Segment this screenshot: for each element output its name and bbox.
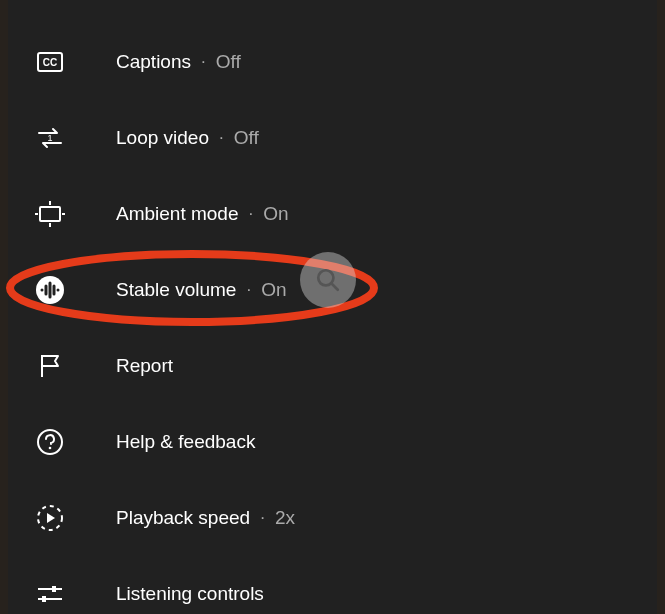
ambient-icon [32, 196, 68, 232]
playback-speed-label: Playback speed [116, 507, 250, 529]
menu-item-report[interactable]: Report [8, 328, 657, 404]
svg-text:CC: CC [43, 57, 57, 68]
menu-item-ambient-mode[interactable]: Ambient mode · On [8, 176, 657, 252]
stable-volume-label: Stable volume [116, 279, 236, 301]
svg-point-16 [49, 447, 52, 450]
loop-icon: 1 [32, 120, 68, 156]
svg-point-15 [38, 430, 62, 454]
svg-text:1: 1 [47, 133, 52, 143]
stable-volume-status: On [261, 279, 286, 301]
captions-status: Off [216, 51, 241, 73]
svg-rect-22 [42, 596, 46, 602]
loop-label: Loop video [116, 127, 209, 149]
ambient-label: Ambient mode [116, 203, 239, 225]
settings-menu-panel: CC Captions · Off 1 Loop video · Off [8, 0, 657, 614]
captions-label: Captions [116, 51, 191, 73]
unknown-icon [32, 0, 68, 30]
loop-status: Off [234, 127, 259, 149]
sliders-icon [32, 576, 68, 612]
separator-dot: · [246, 280, 251, 300]
captions-icon: CC [32, 44, 68, 80]
menu-item-stable-volume[interactable]: Stable volume · On [8, 252, 657, 328]
separator-dot: · [249, 204, 254, 224]
flag-icon [32, 348, 68, 384]
menu-item-captions[interactable]: CC Captions · Off [8, 24, 657, 100]
help-icon [32, 424, 68, 460]
svg-rect-3 [40, 207, 60, 221]
menu-item-playback-speed[interactable]: Playback speed · 2x [8, 480, 657, 556]
playback-speed-icon [32, 500, 68, 536]
separator-dot: · [219, 128, 224, 148]
stable-volume-icon [32, 272, 68, 308]
svg-rect-21 [52, 586, 56, 592]
svg-marker-18 [47, 513, 55, 523]
menu-item-help-feedback[interactable]: Help & feedback [8, 404, 657, 480]
playback-speed-status: 2x [275, 507, 295, 529]
listening-controls-label: Listening controls [116, 583, 264, 605]
separator-dot: · [260, 508, 265, 528]
ambient-status: On [263, 203, 288, 225]
menu-item-truncated[interactable] [8, 0, 657, 24]
help-label: Help & feedback [116, 431, 255, 453]
separator-dot: · [201, 52, 206, 72]
menu-item-loop-video[interactable]: 1 Loop video · Off [8, 100, 657, 176]
menu-item-listening-controls[interactable]: Listening controls [8, 556, 657, 614]
report-label: Report [116, 355, 173, 377]
